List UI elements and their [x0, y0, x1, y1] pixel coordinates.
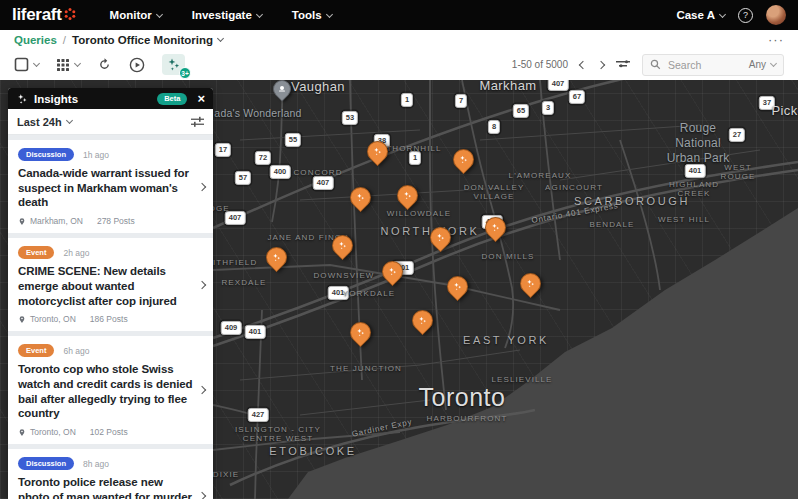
play-icon [129, 57, 145, 73]
card-type-badge: Event [18, 246, 54, 259]
breadcrumb-queries-link[interactable]: Queries [14, 34, 57, 46]
insights-toggle-button[interactable]: 3+ [162, 54, 185, 75]
sparkle-icon [355, 192, 366, 203]
insight-pin[interactable] [266, 247, 287, 268]
search-box: Any [642, 54, 784, 76]
card-meta: Toronto, ON 186 Posts [18, 314, 193, 324]
insight-pin[interactable] [367, 141, 388, 162]
chevron-right-icon[interactable] [198, 280, 206, 288]
time-filter-dropdown[interactable]: Last 24h [17, 116, 72, 128]
breadcrumb-separator: / [63, 34, 66, 46]
insights-filter-row: Last 24h [8, 109, 213, 135]
insight-pin-bulb [346, 183, 376, 213]
location-pin-icon [18, 315, 26, 324]
insight-pin-bulb [516, 269, 546, 299]
attraction-icon [278, 85, 286, 93]
insight-pin-bulb [262, 243, 292, 273]
logo-text: liferaft [12, 5, 62, 25]
chevron-down-icon [33, 60, 40, 67]
insight-pin[interactable] [430, 227, 451, 248]
chevron-down-icon [326, 10, 333, 17]
insight-pin-bulb [408, 306, 438, 336]
insight-pin[interactable] [332, 235, 353, 256]
insights-count-badge: 3+ [179, 67, 191, 79]
filter-settings-button[interactable] [191, 116, 204, 128]
run-query-button[interactable] [129, 57, 145, 73]
sparkle-icon [490, 222, 501, 233]
checkbox-icon [14, 57, 29, 72]
chevron-down-icon [256, 10, 263, 17]
nav-menu-item[interactable]: Investigate [192, 9, 262, 21]
logo-asterisk-icon [64, 8, 76, 20]
insight-pin[interactable] [520, 273, 541, 294]
case-selector[interactable]: Case A [676, 9, 725, 21]
nav-menu-item[interactable]: Monitor [110, 9, 162, 21]
refresh-button[interactable] [97, 57, 112, 72]
insight-pin-bulb [443, 272, 473, 302]
chevron-right-icon[interactable] [198, 492, 206, 499]
insight-card[interactable]: Event 6h ago Toronto cop who stole Swiss… [8, 336, 213, 444]
insight-pin-bulb [346, 318, 376, 348]
prev-page-icon[interactable] [579, 60, 587, 68]
lake-ontario-water [288, 208, 798, 499]
query-toolbar: 3+ 1-50 of 5000 Any [0, 49, 798, 80]
nav-menu-item[interactable]: Tools [292, 9, 332, 21]
filter-button[interactable] [616, 59, 630, 71]
sparkle-icon [435, 232, 446, 243]
insight-card[interactable]: Discussion 8h ago Toronto police release… [8, 449, 213, 499]
card-type-badge: Event [18, 344, 54, 357]
insight-pin[interactable] [350, 187, 371, 208]
sparkle-icon [271, 252, 282, 263]
select-all-checkbox[interactable] [14, 57, 39, 72]
app-window: liferaft MonitorInvestigateTools Case A … [0, 0, 798, 499]
grid-view-button[interactable] [56, 58, 80, 72]
insight-pin[interactable] [485, 217, 506, 238]
card-title: Canada-wide warrant issued for suspect i… [18, 166, 193, 210]
insight-pin-bulb [393, 181, 423, 211]
result-range: 1-50 of 5000 [512, 59, 568, 70]
card-type-badge: Discussion [18, 148, 74, 161]
sparkle-icon [525, 278, 536, 289]
chevron-down-icon [74, 60, 81, 67]
filter-icon [616, 59, 630, 71]
sparkle-icon [402, 190, 413, 201]
chevron-down-icon [217, 35, 224, 42]
sparkle-icon [372, 146, 383, 157]
breadcrumb-current-query[interactable]: Toronto Office Monitoring [72, 34, 223, 46]
insight-pin[interactable] [453, 149, 474, 170]
next-page-icon[interactable] [597, 60, 605, 68]
chevron-down-icon [719, 10, 726, 17]
breadcrumb: Queries / Toronto Office Monitoring ··· [0, 30, 798, 49]
insight-card[interactable]: Discussion 1h ago Canada-wide warrant is… [8, 140, 213, 233]
location-pin-icon [18, 428, 26, 437]
app-logo[interactable]: liferaft [12, 5, 76, 25]
card-timestamp: 8h ago [83, 459, 109, 469]
insight-pin-bulb [426, 223, 456, 253]
main-menus: MonitorInvestigateTools [110, 9, 332, 21]
search-input[interactable] [666, 58, 744, 72]
insight-card[interactable]: Event 2h ago CRIME SCENE: New details em… [8, 238, 213, 331]
insight-pin[interactable] [382, 261, 403, 282]
card-timestamp: 6h ago [63, 346, 89, 356]
sparkle-icon [452, 281, 463, 292]
insight-pin-bulb [363, 137, 393, 167]
card-timestamp: 1h ago [83, 150, 109, 160]
card-location: Markham, ON [30, 216, 83, 226]
poi-pin[interactable] [273, 80, 291, 98]
avatar[interactable] [766, 5, 786, 25]
insight-pin[interactable] [412, 310, 433, 331]
insight-pin-bulb [378, 257, 408, 287]
chevron-right-icon[interactable] [198, 386, 206, 394]
insight-pin[interactable] [447, 276, 468, 297]
top-nav: liferaft MonitorInvestigateTools Case A … [0, 0, 798, 30]
help-icon[interactable]: ? [738, 8, 753, 23]
close-icon[interactable]: × [197, 92, 205, 105]
insight-pin[interactable] [397, 185, 418, 206]
sparkle-icon [355, 327, 366, 338]
insights-title: Insights [34, 93, 78, 105]
chevron-right-icon[interactable] [198, 182, 206, 190]
search-scope-dropdown[interactable]: Any [749, 59, 776, 70]
insight-pin[interactable] [350, 322, 371, 343]
insight-pin-bulb [449, 145, 479, 175]
sparkle-icon [458, 154, 469, 165]
